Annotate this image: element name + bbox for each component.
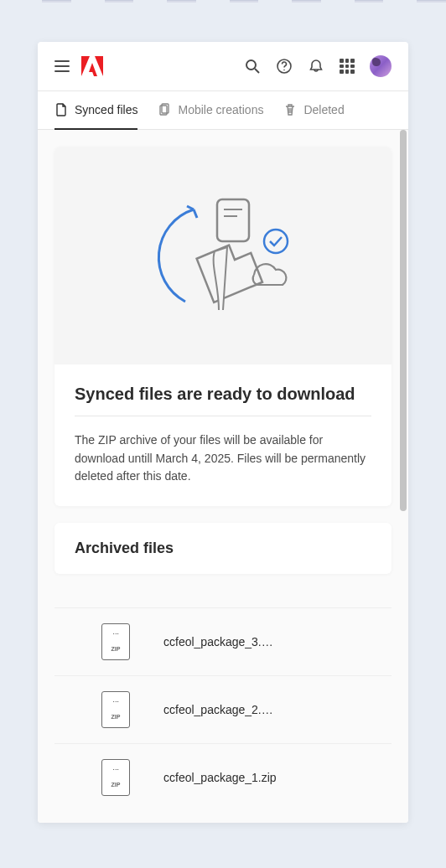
file-name: ccfeol_package_3.… <box>163 635 273 648</box>
zip-icon: ⫶ ZIP <box>101 623 130 660</box>
svg-point-3 <box>283 70 285 71</box>
file-name: ccfeol_package_1.zip <box>163 771 277 784</box>
tab-mobile-creations[interactable]: Mobile creations <box>158 91 263 130</box>
zip-icon: ⫶ ZIP <box>101 691 130 728</box>
adobe-logo <box>81 56 103 76</box>
menu-icon[interactable] <box>54 60 70 72</box>
file-row[interactable]: ⫶ ZIP ccfeol_package_1.zip <box>54 743 392 811</box>
file-row[interactable]: ⫶ ZIP ccfeol_package_2.… <box>54 675 392 743</box>
tabs: Synced files Mobile creations Deleted <box>38 91 408 130</box>
svg-line-1 <box>255 69 259 73</box>
section-title: Archived files <box>75 540 371 557</box>
tab-label: Mobile creations <box>178 103 263 116</box>
file-name: ccfeol_package_2.… <box>163 703 273 716</box>
scrollbar[interactable] <box>400 130 407 823</box>
file-list: ⫶ ZIP ccfeol_package_3.… ⫶ ZIP ccfeol_pa… <box>54 607 392 811</box>
hero-description: The ZIP archive of your files will be av… <box>75 431 371 486</box>
zip-icon: ⫶ ZIP <box>101 759 130 796</box>
apps-icon[interactable] <box>340 59 355 74</box>
file-row[interactable]: ⫶ ZIP ccfeol_package_3.… <box>54 607 392 675</box>
svg-rect-8 <box>217 199 249 241</box>
help-icon[interactable] <box>276 58 293 75</box>
tab-deleted[interactable]: Deleted <box>283 91 344 130</box>
avatar[interactable] <box>370 55 392 77</box>
hero-title: Synced files are ready to download <box>75 385 371 404</box>
sync-illustration <box>54 147 392 364</box>
svg-point-11 <box>264 230 288 253</box>
content-area: Synced files are ready to download The Z… <box>38 130 408 823</box>
tab-label: Synced files <box>75 103 137 116</box>
bell-icon[interactable] <box>308 58 324 75</box>
browser-tab-strip <box>0 0 446 7</box>
archived-files-header: Archived files <box>54 523 392 574</box>
tab-label: Deleted <box>303 103 344 116</box>
app-window: Synced files Mobile creations Deleted <box>38 42 408 823</box>
tab-synced-files[interactable]: Synced files <box>54 91 137 130</box>
hero-card: Synced files are ready to download The Z… <box>54 147 392 506</box>
search-icon[interactable] <box>244 58 261 75</box>
top-bar <box>38 42 408 91</box>
svg-point-0 <box>246 60 256 70</box>
